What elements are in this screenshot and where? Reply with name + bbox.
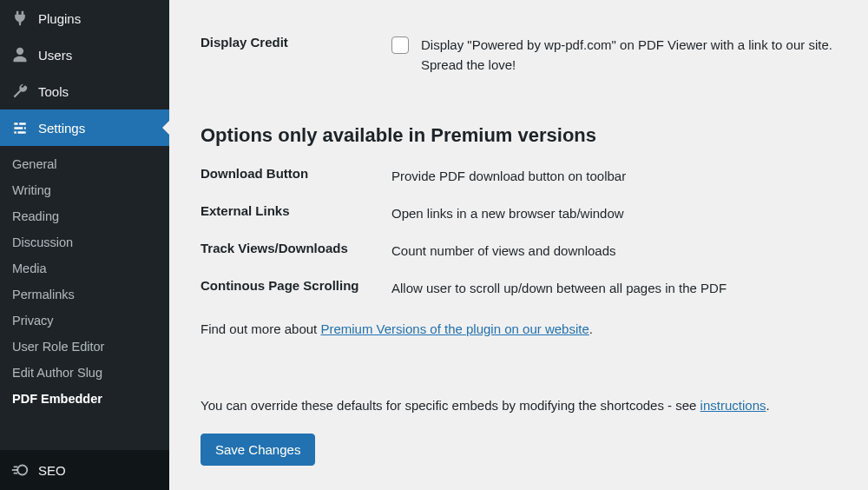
premium-section-heading: Options only available in Premium versio… bbox=[201, 124, 833, 147]
seo-icon bbox=[10, 460, 30, 480]
premium-row-label: Track Views/Downloads bbox=[201, 232, 391, 269]
display-credit-checkbox[interactable] bbox=[391, 36, 409, 54]
menu-item-seo[interactable]: SEO bbox=[0, 450, 169, 490]
menu-label: Tools bbox=[38, 84, 69, 99]
find-out-note: Find out more about Premium Versions of … bbox=[201, 320, 833, 340]
menu-label: Users bbox=[38, 48, 72, 63]
instructions-link[interactable]: instructions bbox=[700, 398, 766, 413]
menu-item-users[interactable]: Users bbox=[0, 36, 169, 73]
save-changes-button[interactable]: Save Changes bbox=[201, 434, 315, 466]
premium-versions-link[interactable]: Premium Versions of the plugin on our we… bbox=[320, 321, 589, 336]
sub-item-edit-author-slug[interactable]: Edit Author Slug bbox=[0, 360, 169, 386]
sub-item-writing[interactable]: Writing bbox=[0, 177, 169, 203]
sub-item-permalinks[interactable]: Permalinks bbox=[0, 281, 169, 308]
premium-table: Download Button Provide PDF download but… bbox=[201, 157, 833, 308]
premium-row-desc: Provide PDF download button on toolbar bbox=[391, 157, 833, 195]
sub-item-user-role-editor[interactable]: User Role Editor bbox=[0, 334, 169, 360]
admin-sidebar: Plugins Users Tools Settings General Wri… bbox=[0, 0, 169, 490]
menu-label: Plugins bbox=[38, 11, 81, 26]
sub-item-privacy[interactable]: Privacy bbox=[0, 308, 169, 334]
premium-row-label: Download Button bbox=[201, 157, 391, 195]
menu-item-tools[interactable]: Tools bbox=[0, 73, 169, 109]
display-credit-description: Display "Powered by wp-pdf.com" on PDF V… bbox=[421, 35, 833, 76]
premium-row-label: External Links bbox=[201, 195, 391, 232]
sub-item-reading[interactable]: Reading bbox=[0, 203, 169, 229]
settings-content: Display Credit Display "Powered by wp-pd… bbox=[169, 0, 868, 490]
settings-submenu: General Writing Reading Discussion Media… bbox=[0, 146, 169, 420]
premium-row-desc: Open links in a new browser tab/window bbox=[391, 195, 833, 232]
sub-item-discussion[interactable]: Discussion bbox=[0, 229, 169, 255]
settings-table: Display Credit Display "Powered by wp-pd… bbox=[201, 24, 833, 86]
menu-label: SEO bbox=[38, 463, 66, 478]
premium-row-label: Continous Page Scrolling bbox=[201, 269, 391, 307]
wrench-icon bbox=[10, 82, 30, 101]
menu-item-plugins[interactable]: Plugins bbox=[0, 0, 169, 36]
sub-item-media[interactable]: Media bbox=[0, 255, 169, 281]
sliders-icon bbox=[10, 118, 30, 137]
premium-row-desc: Count number of views and downloads bbox=[391, 232, 833, 269]
premium-row-desc: Allow user to scroll up/down between all… bbox=[391, 269, 833, 307]
plug-icon bbox=[10, 9, 30, 28]
display-credit-label: Display Credit bbox=[201, 24, 391, 86]
override-note: You can override these defaults for spec… bbox=[201, 396, 833, 416]
menu-item-settings[interactable]: Settings bbox=[0, 109, 169, 146]
user-icon bbox=[10, 45, 30, 64]
sub-item-general[interactable]: General bbox=[0, 151, 169, 177]
svg-point-0 bbox=[17, 466, 27, 475]
sub-item-pdf-embedder[interactable]: PDF Embedder bbox=[0, 386, 169, 412]
menu-label: Settings bbox=[38, 121, 85, 136]
